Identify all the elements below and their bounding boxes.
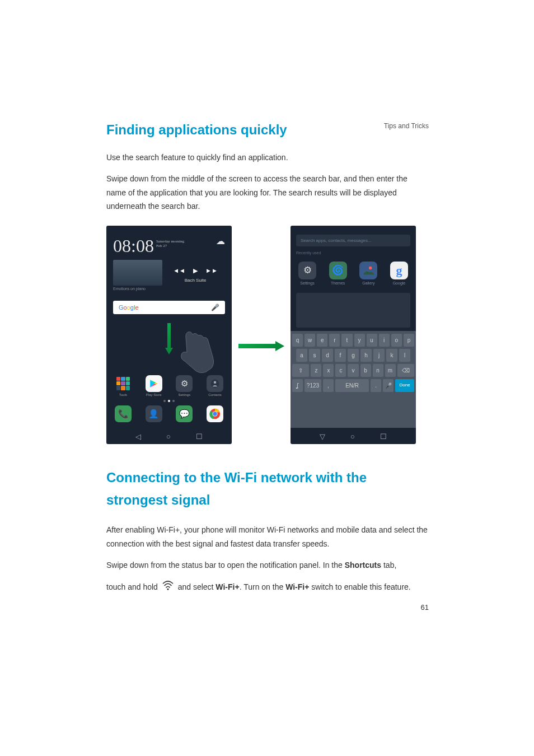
screenshot-row: 08:08 Saturday morning Feb 27 ☁ Emotions… [106, 226, 429, 444]
key-symbols[interactable]: ?123 [305, 379, 321, 392]
phone-home-screen: 08:08 Saturday morning Feb 27 ☁ Emotions… [106, 226, 232, 444]
key-done[interactable]: Done [395, 379, 414, 392]
album-label: Emotions on piano [113, 287, 162, 291]
section1-title: Finding applications quickly [106, 120, 429, 139]
people-icon[interactable]: 👤 [146, 405, 162, 422]
key-voice[interactable]: 🎤 [383, 379, 394, 392]
app-label: Settings [178, 393, 190, 396]
result-label: Settings [300, 281, 314, 285]
section2-p2: Swipe down from the status bar to open t… [106, 558, 429, 572]
weather-icon: ☁ [216, 236, 225, 246]
nav-recent-icon[interactable]: ☐ [196, 432, 203, 441]
key[interactable]: y [354, 334, 365, 347]
key[interactable]: a [296, 349, 307, 362]
section2-p1: After enabling Wi-Fi+, your phone will m… [106, 523, 429, 550]
album-art [113, 260, 162, 286]
wifi-icon [162, 580, 174, 595]
section2-p3: touch and hold and select Wi-Fi+. Turn o… [106, 580, 429, 595]
transition-arrow-icon [238, 341, 284, 351]
key[interactable]: e [317, 334, 327, 347]
chapter-label: Tips and Tricks [384, 122, 429, 130]
nav-back-icon[interactable]: ◁ [135, 432, 141, 441]
hand-gesture-icon [177, 330, 216, 377]
app-label: Contacts [208, 393, 222, 396]
svg-point-7 [213, 412, 217, 416]
section2-title: Connecting to the Wi-Fi network with the… [106, 466, 429, 512]
track-name: Bach Suite [185, 278, 207, 283]
svg-marker-9 [275, 341, 284, 351]
key-comma[interactable]: , [323, 379, 334, 392]
nav-home-icon[interactable]: ○ [166, 432, 171, 441]
key[interactable]: u [367, 334, 377, 347]
onscreen-keyboard[interactable]: q w e r t y u i o p a s d f g h [291, 331, 416, 428]
app-search-input[interactable]: Search apps, contacts, messages... [296, 235, 410, 246]
key[interactable]: l [399, 349, 410, 362]
key[interactable]: w [305, 334, 315, 347]
key-space[interactable]: EN/R [335, 379, 369, 392]
clock-time: 08:08 [113, 236, 154, 256]
key[interactable]: s [309, 349, 320, 362]
messages-icon[interactable]: 💬 [176, 405, 193, 422]
key[interactable]: v [348, 364, 358, 377]
nav-back-icon[interactable]: ▽ [320, 432, 325, 441]
clock-day: Saturday morning [156, 239, 184, 244]
key[interactable]: q [292, 334, 303, 347]
phone-search-screen: Search apps, contacts, messages... Recen… [291, 226, 416, 444]
contacts-icon[interactable] [207, 375, 223, 392]
nav-recent-icon[interactable]: ☐ [380, 432, 387, 441]
key[interactable]: n [373, 364, 383, 377]
key[interactable]: r [329, 334, 340, 347]
svg-rect-0 [167, 323, 171, 348]
key[interactable]: k [386, 349, 397, 362]
key[interactable]: d [322, 349, 333, 362]
dialer-icon[interactable]: 📞 [115, 405, 132, 422]
recently-used-label: Recently used [296, 251, 410, 255]
empty-result-area [296, 293, 410, 328]
svg-rect-8 [238, 344, 275, 348]
key-shift[interactable]: ⇧ [292, 364, 309, 377]
section1-p2: Swipe down from the middle of the screen… [106, 172, 429, 213]
google-search-widget[interactable]: Google 🎤 [113, 301, 225, 314]
key[interactable]: b [360, 364, 371, 377]
result-google-icon[interactable]: g [390, 262, 408, 279]
swipe-down-arrow [165, 323, 173, 354]
result-label: Themes [331, 281, 345, 285]
google-logo: Google [119, 304, 139, 311]
key[interactable]: t [341, 334, 352, 347]
nav-home-icon[interactable]: ○ [350, 432, 355, 441]
svg-point-3 [214, 381, 217, 384]
clock-date: Feb 27 [156, 244, 167, 248]
key[interactable]: i [379, 334, 390, 347]
svg-point-11 [167, 589, 168, 590]
result-themes-icon[interactable]: 🌀 [329, 262, 347, 279]
result-label: Google [393, 281, 406, 285]
key[interactable]: p [404, 334, 414, 347]
key-backspace[interactable]: ⌫ [397, 364, 414, 377]
app-label: Tools [119, 393, 127, 396]
mic-icon[interactable]: 🎤 [211, 304, 219, 311]
settings-icon[interactable]: ⚙ [176, 375, 193, 392]
svg-point-10 [369, 266, 372, 269]
play-store-icon[interactable] [146, 375, 162, 392]
key[interactable]: g [348, 349, 359, 362]
next-track-icon[interactable]: ►► [205, 267, 218, 274]
section1-p1: Use the search feature to quickly find a… [106, 151, 429, 165]
result-settings-icon[interactable]: ⚙ [298, 262, 316, 279]
key[interactable]: x [323, 364, 334, 377]
prev-track-icon[interactable]: ◄◄ [173, 267, 185, 274]
play-icon[interactable]: ▶ [193, 267, 198, 274]
key[interactable]: f [335, 349, 346, 362]
tools-folder-icon[interactable] [115, 375, 132, 392]
key[interactable]: j [373, 349, 385, 362]
result-label: Gallery [362, 281, 374, 285]
key-period[interactable]: . [371, 379, 381, 392]
result-gallery-icon[interactable] [359, 262, 377, 279]
key[interactable]: o [391, 334, 402, 347]
svg-marker-1 [165, 348, 173, 354]
key[interactable]: c [335, 364, 346, 377]
key[interactable]: z [311, 364, 321, 377]
key[interactable]: h [360, 349, 372, 362]
key-lang[interactable]: ʆ [292, 379, 303, 392]
key[interactable]: m [385, 364, 396, 377]
chrome-icon[interactable] [207, 405, 223, 422]
